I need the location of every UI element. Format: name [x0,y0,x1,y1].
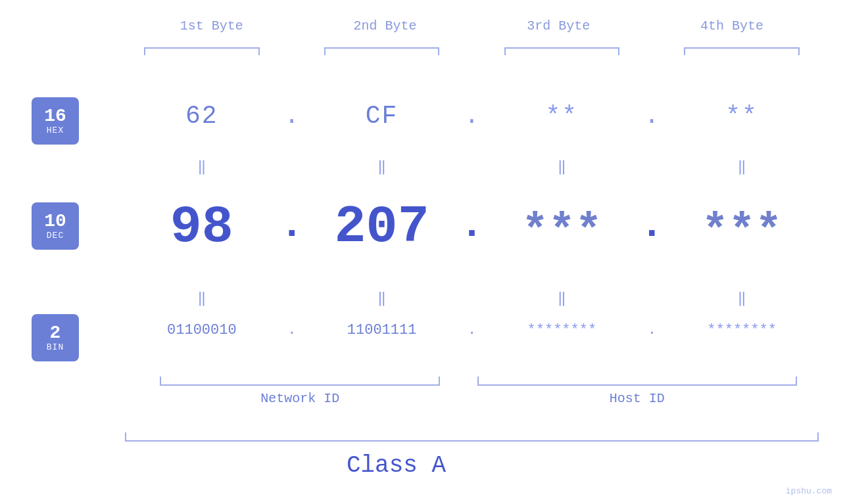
eq-dec-bin-sep-3 [639,289,665,307]
hex-row: 62 . CF . ** . ** [125,102,819,130]
dec-badge: 10 DEC [32,202,79,250]
network-id-bracket-line [160,377,440,386]
full-bottom-bracket [125,432,819,442]
bracket-line-1 [144,47,259,55]
hex-byte-2: CF [305,102,459,130]
col-header-1: 1st Byte [125,18,299,34]
dec-sep-1: . [279,203,305,257]
bracket-4 [665,47,819,55]
bracket-3 [485,47,639,55]
hex-sep-1: . [279,102,305,130]
equals-dec-bin: ‖ ‖ ‖ ‖ [125,289,819,307]
hex-label: HEX [47,126,64,135]
col-header-2: 2nd Byte [299,18,472,34]
bin-badge: 2 BIN [32,314,79,361]
eq-dec-bin-sep-2 [459,289,485,307]
bin-row: 01100010 . 11001111 . ******** . *******… [125,322,819,338]
column-headers: 1st Byte 2nd Byte 3rd Byte 4th Byte [125,18,819,34]
bracket-line-3 [504,47,619,55]
network-id-bracket-container: Network ID [125,377,475,406]
eq-sep-2 [459,158,485,175]
bin-byte-4: ******** [665,322,819,338]
bin-sep-2: . [459,322,485,338]
equals-hex-dec: ‖ ‖ ‖ ‖ [125,158,819,175]
dec-row: 98 . 207 . *** . *** [125,197,819,257]
eq-sep-1 [279,158,305,175]
network-id-label: Network ID [260,391,339,406]
eq-dec-bin-4: ‖ [665,289,819,307]
dec-sep-2: . [459,203,485,257]
hex-byte-4: ** [665,102,819,130]
dec-number: 10 [44,212,66,231]
dec-byte-3: *** [485,206,639,257]
eq-4: ‖ [665,158,819,175]
host-id-bracket-line [477,377,797,386]
eq-sep-3 [639,158,665,175]
eq-dec-bin-2: ‖ [305,289,459,307]
eq-2: ‖ [305,158,459,175]
top-brackets [125,47,819,55]
bracket-2 [305,47,459,55]
dec-sep-3: . [639,203,665,257]
eq-dec-bin-sep-1 [279,289,305,307]
host-id-label: Host ID [610,391,665,406]
dec-byte-4: *** [665,206,819,257]
hex-byte-3: ** [485,102,639,130]
hex-sep-2: . [459,102,485,130]
hex-sep-3: . [639,102,665,130]
eq-dec-bin-3: ‖ [485,289,639,307]
main-container: 16 HEX 10 DEC 2 BIN 1st Byte 2nd Byte 3r… [0,0,845,504]
dec-label: DEC [47,231,64,241]
bin-label: BIN [47,342,64,352]
bin-byte-1: 01100010 [125,322,279,338]
class-label: Class A [0,452,792,479]
bin-sep-3: . [639,322,665,338]
col-header-3: 3rd Byte [472,18,646,34]
col-header-4: 4th Byte [645,18,819,34]
watermark: ipshu.com [786,486,832,496]
dec-byte-2: 207 [305,197,459,257]
bracket-line-4 [684,47,799,55]
bin-sep-1: . [279,322,305,338]
dec-byte-1: 98 [125,197,279,257]
hex-byte-1: 62 [125,102,279,130]
bracket-line-2 [324,47,439,55]
host-id-bracket-container: Host ID [456,377,819,406]
bracket-1 [125,47,279,55]
bin-byte-3: ******** [485,322,639,338]
eq-dec-bin-1: ‖ [125,289,279,307]
bin-number: 2 [50,324,61,342]
hex-number: 16 [44,107,66,126]
eq-3: ‖ [485,158,639,175]
hex-badge: 16 HEX [32,97,79,145]
eq-1: ‖ [125,158,279,175]
bin-byte-2: 11001111 [305,322,459,338]
